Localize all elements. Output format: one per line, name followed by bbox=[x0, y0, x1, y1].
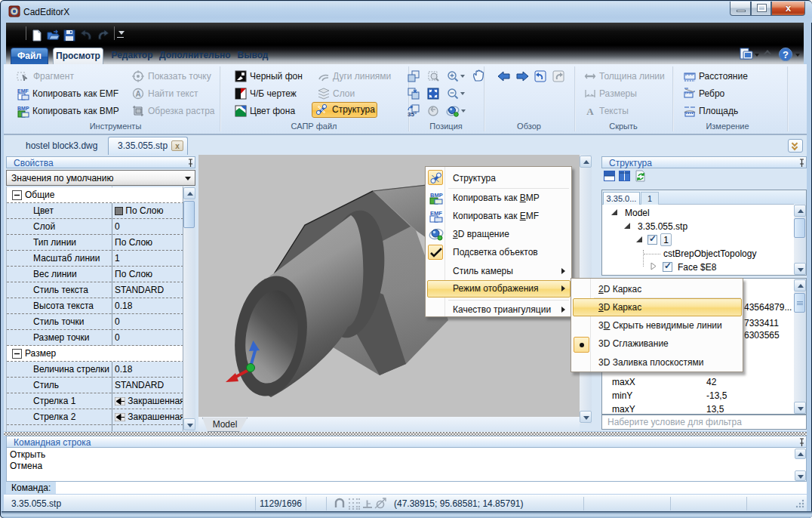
svg-text:A: A bbox=[135, 90, 140, 98]
svg-text:A: A bbox=[586, 106, 594, 117]
svg-text:BMP: BMP bbox=[17, 106, 29, 111]
svg-text:EMF: EMF bbox=[17, 88, 29, 94]
svg-text:35°: 35° bbox=[408, 111, 417, 118]
svg-text:?: ? bbox=[783, 49, 789, 60]
